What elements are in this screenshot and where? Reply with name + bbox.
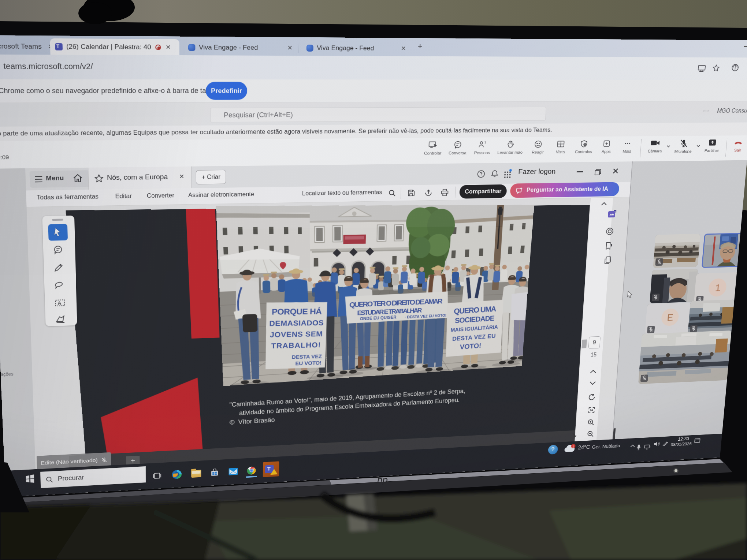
svg-text:E: E	[667, 312, 674, 322]
svg-text:A: A	[57, 300, 62, 306]
svg-text:1: 1	[715, 282, 721, 293]
svg-text:1: 1	[572, 445, 574, 448]
svg-text:7: 7	[484, 141, 486, 145]
